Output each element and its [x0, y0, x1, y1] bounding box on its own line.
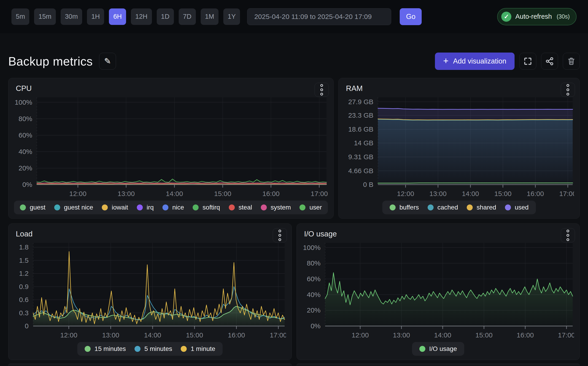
svg-text:100%: 100% — [303, 244, 321, 251]
kebab-icon — [566, 230, 569, 232]
panel-menu-button[interactable] — [273, 228, 287, 242]
range-button-1d[interactable]: 1D — [157, 8, 174, 25]
svg-text:17:00: 17:00 — [558, 331, 574, 339]
svg-text:17:00: 17:00 — [270, 331, 286, 339]
plus-icon: + — [443, 56, 448, 66]
panel-menu-button[interactable] — [561, 83, 575, 97]
svg-text:17:00: 17:00 — [559, 190, 574, 197]
legend-item-guest-nice[interactable]: guest nice — [54, 204, 93, 211]
range-button-1m[interactable]: 1M — [201, 8, 218, 25]
svg-text:1.2: 1.2 — [19, 270, 29, 277]
date-range-input[interactable]: 2025-04-20 11:09 to 2025-04-20 17:09 — [247, 8, 391, 25]
add-visualization-button[interactable]: + Add visualization — [435, 53, 515, 70]
range-button-12h[interactable]: 12H — [131, 8, 152, 25]
legend-item-nice[interactable]: nice — [162, 204, 184, 211]
svg-text:0%: 0% — [23, 181, 32, 188]
cpu-chart[interactable]: 12:0013:0014:0015:0016:0017:000%20%40%60… — [14, 94, 328, 198]
fullscreen-button[interactable] — [519, 53, 536, 70]
legend-label: buffers — [399, 204, 419, 211]
kebab-icon — [566, 84, 569, 87]
legend-item-1-minute[interactable]: 1 minute — [181, 345, 215, 352]
legend-label: iowait — [112, 204, 128, 211]
svg-text:13:00: 13:00 — [429, 190, 447, 197]
legend-dot — [467, 205, 473, 210]
range-button-5m[interactable]: 5m — [11, 8, 29, 25]
kebab-icon — [320, 84, 323, 87]
next-panel-edge — [296, 364, 580, 366]
range-button-1h[interactable]: 1H — [87, 8, 104, 25]
legend-dot — [428, 205, 434, 210]
legend-item-softirq[interactable]: softirq — [193, 204, 220, 211]
legend-item-shared[interactable]: shared — [467, 204, 496, 211]
next-panel-edge — [8, 364, 292, 366]
dashboard-header: Backup metrics ✎ + Add visualization — [8, 52, 580, 70]
svg-text:13:00: 13:00 — [118, 190, 135, 197]
panel-ram: RAM 12:0013:0014:0015:0016:0017:000 B4.6… — [338, 78, 580, 219]
panel-title: I/O usage — [302, 230, 574, 238]
legend-label: 1 minute — [191, 345, 215, 352]
edit-title-button[interactable]: ✎ — [99, 53, 116, 70]
svg-text:23.3 GB: 23.3 GB — [348, 112, 373, 119]
panel-title: CPU — [14, 84, 328, 93]
svg-text:40%: 40% — [307, 291, 321, 298]
legend-item-user[interactable]: user — [300, 204, 322, 211]
svg-text:60%: 60% — [307, 275, 321, 283]
svg-text:15:00: 15:00 — [186, 331, 203, 339]
svg-text:13:00: 13:00 — [102, 331, 119, 339]
panel-menu-button[interactable] — [561, 228, 575, 242]
legend-label: 5 minutes — [144, 345, 172, 352]
legend-item-system[interactable]: system — [261, 204, 291, 211]
load-chart[interactable]: 12:0013:0014:0015:0016:0017:0000.30.60.9… — [14, 240, 286, 339]
panel-load: Load 12:0013:0014:0015:0016:0017:0000.30… — [8, 223, 292, 360]
svg-text:12:00: 12:00 — [352, 331, 369, 339]
add-visualization-label: Add visualization — [453, 57, 506, 65]
page-title: Backup metrics — [8, 54, 93, 68]
range-button-1y[interactable]: 1Y — [223, 8, 240, 25]
legend-dot — [505, 205, 511, 210]
svg-text:15:00: 15:00 — [476, 331, 493, 339]
svg-text:0.9: 0.9 — [19, 283, 29, 290]
svg-text:27.9 GB: 27.9 GB — [348, 98, 373, 106]
share-icon — [545, 57, 554, 66]
legend-item-iowait[interactable]: iowait — [102, 204, 128, 211]
legend-item-15-minutes[interactable]: 15 minutes — [85, 345, 126, 352]
legend-label: user — [309, 204, 322, 211]
delete-dashboard-button[interactable] — [563, 53, 580, 70]
svg-text:0.3: 0.3 — [19, 309, 29, 317]
range-button-30m[interactable]: 30m — [61, 8, 82, 25]
legend-label: guest nice — [64, 204, 93, 211]
auto-refresh-toggle[interactable]: ✓ Auto-refresh (30s) — [497, 8, 577, 25]
svg-text:0.6: 0.6 — [19, 296, 29, 303]
svg-text:14 GB: 14 GB — [354, 139, 373, 147]
legend-dot — [419, 346, 425, 352]
legend-label: used — [515, 204, 529, 211]
io-chart[interactable]: 12:0013:0014:0015:0016:0017:000%20%40%60… — [302, 240, 574, 339]
share-button[interactable] — [541, 53, 558, 70]
panel-menu-button[interactable] — [315, 83, 329, 97]
svg-text:80%: 80% — [307, 259, 321, 267]
legend-label: cached — [437, 204, 458, 211]
legend-item-i-o-usage[interactable]: I/O usage — [419, 345, 457, 352]
legend-dot — [390, 205, 396, 210]
legend-item-cached[interactable]: cached — [428, 204, 458, 211]
svg-text:4.66 GB: 4.66 GB — [348, 167, 373, 175]
legend-item-guest[interactable]: guest — [20, 204, 46, 211]
range-button-15m[interactable]: 15m — [34, 8, 56, 25]
legend-item-5-minutes[interactable]: 5 minutes — [135, 345, 172, 352]
legend-item-used[interactable]: used — [505, 204, 529, 211]
ram-chart[interactable]: 12:0013:0014:0015:0016:0017:000 B4.66 GB… — [344, 94, 574, 198]
svg-text:16:00: 16:00 — [527, 190, 544, 197]
legend-item-buffers[interactable]: buffers — [390, 204, 419, 211]
range-button-6h[interactable]: 6H — [109, 8, 126, 25]
legend-dot — [193, 205, 199, 210]
legend-item-irq[interactable]: irq — [137, 204, 154, 211]
svg-text:16:00: 16:00 — [516, 331, 534, 339]
go-button[interactable]: Go — [400, 8, 422, 25]
legend-item-steal[interactable]: steal — [229, 204, 252, 211]
auto-refresh-interval: (30s) — [557, 13, 570, 20]
panel-title: Load — [14, 230, 286, 238]
panel-title: RAM — [344, 84, 574, 93]
legend-dot — [162, 205, 168, 210]
range-button-7d[interactable]: 7D — [179, 8, 196, 25]
load-legend: 15 minutes5 minutes1 minute — [77, 342, 222, 356]
